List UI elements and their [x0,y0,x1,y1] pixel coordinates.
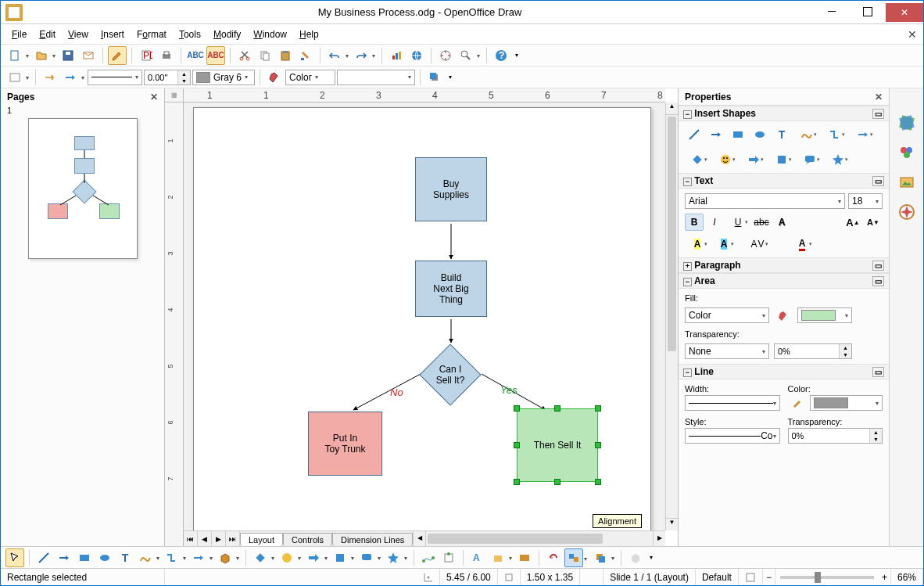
sidebar-styles-button[interactable] [896,142,918,164]
increase-font-button[interactable]: A▲ [843,214,862,231]
menu-view[interactable]: View [63,27,93,41]
zoom-slider[interactable] [780,576,874,579]
menu-window[interactable]: Window [249,27,292,41]
edit-points-button[interactable] [419,548,438,567]
menu-format[interactable]: Format [132,27,171,41]
highlight2-button[interactable]: A [711,235,736,253]
spellcheck-button[interactable]: ABC [186,46,205,65]
tab-next-button[interactable]: ▶ [212,531,226,546]
rect-tool[interactable] [729,126,747,143]
bold-button[interactable]: B [685,214,704,231]
basic-shapes-bottom[interactable] [251,548,270,567]
menu-help[interactable]: Help [295,27,324,41]
line-color-select2[interactable]: ▾ [810,395,883,411]
shadow-text-button[interactable]: A [772,214,791,231]
horizontal-scrollbar[interactable]: ◀ ▶ Alignment [413,531,665,546]
toolbar2-overflow-button[interactable]: ▾ [446,68,455,87]
curve-tool[interactable] [794,126,819,143]
zoom-fit-button[interactable] [739,569,763,585]
horizontal-ruler[interactable]: 11 23 45 67 8 [184,88,665,102]
font-size-select[interactable]: 18▾ [848,193,883,209]
canvas-viewport[interactable]: Buy Supplies Build Next Big Thing Can I … [184,102,678,530]
bottom-toolbar-overflow[interactable]: ▾ [646,548,656,567]
gluepoints-button[interactable] [439,548,458,567]
section-more-icon[interactable]: ▭ [872,176,884,186]
line-color-select[interactable]: Gray 6 ▾ [192,70,255,85]
block-arrows-bottom[interactable] [304,548,323,567]
section-more-icon[interactable]: ▭ [872,276,884,286]
line-style-select2[interactable]: Co▾ [685,428,780,444]
line-width-select[interactable]: ▾ [685,395,780,411]
symbol-shapes-bottom[interactable] [278,548,296,567]
curve-tool-bottom[interactable] [136,548,155,567]
sidebar-properties-button[interactable] [896,112,918,134]
tab-controls[interactable]: Controls [283,533,332,546]
menu-insert[interactable]: Insert [96,27,129,41]
line-tool[interactable] [685,126,704,143]
new-button[interactable] [5,46,24,65]
vertical-ruler[interactable]: 12 34 56 7 [165,102,184,546]
section-area-header[interactable]: − Area ▭ [679,273,889,289]
status-zoom[interactable]: 66% [891,569,923,585]
section-more-icon[interactable]: ▭ [872,109,884,119]
arrow-tool-bottom[interactable] [55,548,73,567]
properties-close-button[interactable]: ✕ [875,92,883,102]
email-button[interactable] [79,46,98,65]
paste-button[interactable] [276,46,295,65]
tab-last-button[interactable]: ⏭ [226,531,240,546]
gallery-button-bottom[interactable] [515,548,534,567]
styles-button[interactable] [5,68,24,87]
alignment-button[interactable] [564,548,583,567]
rotate-button[interactable] [544,548,563,567]
format-paintbrush-button[interactable] [296,46,315,65]
flowchart-box-then-sell-it-selected[interactable]: Then Sell It [517,408,598,482]
toolbar-overflow-button[interactable]: ▾ [512,46,521,65]
section-line-header[interactable]: − Line ▭ [679,364,889,379]
undo-button[interactable] [325,46,344,65]
rect-tool-bottom[interactable] [75,548,94,567]
connector-tool-bottom[interactable] [163,548,181,567]
help-button[interactable]: ? [492,46,510,65]
text-tool-bottom[interactable]: T [116,548,134,567]
callouts-tool[interactable] [797,151,822,168]
basic-shapes-tool[interactable] [685,151,710,168]
flowchart-box-buy-supplies[interactable]: Buy Supplies [415,157,487,221]
zoom-in-button[interactable]: + [879,569,891,585]
arrange-button[interactable] [591,548,610,567]
section-insert-shapes-header[interactable]: − Insert Shapes ▭ [679,106,889,121]
navigator-button[interactable] [436,46,455,65]
pdf-export-button[interactable]: PDF [137,46,156,65]
font-select[interactable]: Arial▾ [685,193,845,209]
sidebar-navigator-button[interactable] [896,201,918,223]
line-transparency-spinner[interactable]: ▲▼ [788,428,883,444]
arrow-style-button[interactable] [41,68,59,87]
font-color-button[interactable]: A [790,235,815,253]
tab-layout[interactable]: Layout [240,533,283,546]
connector-tool[interactable] [822,126,847,143]
fill-mode-select[interactable]: Color ▾ [285,70,335,85]
maximize-button[interactable] [850,3,886,20]
line-width-input[interactable] [145,70,177,84]
fill-color-select[interactable]: ▾ [797,307,852,323]
select-tool[interactable] [5,548,24,567]
section-more-icon[interactable]: ▭ [872,367,884,377]
minimize-button[interactable] [814,3,850,20]
italic-button[interactable]: I [705,214,724,231]
section-text-header[interactable]: − Text ▭ [679,173,889,189]
line-width-spinner[interactable]: ▲▼ [144,70,191,85]
transparency-spinner[interactable]: ▲▼ [774,343,852,359]
flowchart-shapes-bottom[interactable] [331,548,349,567]
strike-button[interactable]: abc [752,214,771,231]
highlight-button[interactable]: A [685,235,710,253]
fill-type-select[interactable]: Color▾ [685,307,769,323]
section-more-icon[interactable]: ▭ [872,261,884,271]
flowchart-shapes-tool[interactable] [769,151,794,168]
shadow-button[interactable] [425,68,444,87]
pages-close-button[interactable]: ✕ [150,92,158,102]
edit-button[interactable] [108,46,127,65]
zoom-button[interactable] [457,46,475,65]
line-style-select[interactable]: ▾ [88,70,142,85]
vertical-scrollbar[interactable]: ▲ ▼ [665,102,678,530]
line-color-pen-button[interactable] [788,395,807,412]
copy-button[interactable] [256,46,274,65]
